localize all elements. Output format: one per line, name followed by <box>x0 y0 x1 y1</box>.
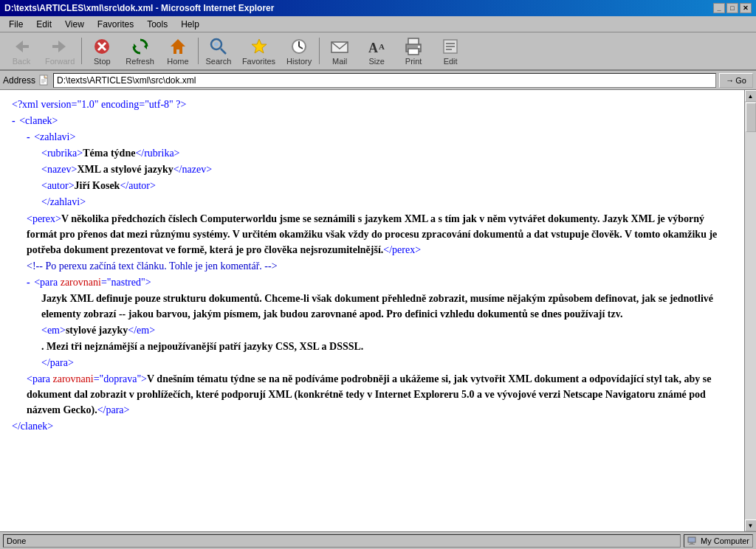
status-bar: Done My Computer <box>0 531 756 549</box>
svg-text:A: A <box>368 41 378 55</box>
status-text: Done <box>3 534 681 548</box>
favorites-label: Favorites <box>242 57 275 66</box>
scrollbar-track[interactable] <box>745 102 757 519</box>
svg-line-9 <box>221 49 226 54</box>
print-icon <box>403 36 424 57</box>
home-label: Home <box>167 57 188 66</box>
svg-rect-32 <box>689 544 695 545</box>
menu-view[interactable]: View <box>59 18 90 31</box>
content-area: <?xml version="1.0" encoding="utf-8" ?> … <box>0 90 744 531</box>
menu-edit[interactable]: Edit <box>30 18 58 31</box>
para-nastred-open: - <para zarovnani="nastred"> <box>12 274 732 290</box>
menu-file[interactable]: File <box>3 18 29 31</box>
menu-bar: File Edit View Favorites Tools Help <box>0 16 756 32</box>
svg-marker-7 <box>171 39 185 54</box>
title-bar-buttons: _ □ ✕ <box>713 3 752 13</box>
clanek-close: </clanek> <box>12 418 732 434</box>
size-label: Size <box>368 57 384 66</box>
refresh-button[interactable]: Refresh <box>120 34 159 68</box>
after-em-text: . Mezi tři nejznámější a nejpoužívanější… <box>12 339 732 354</box>
search-button[interactable]: Search <box>200 34 237 68</box>
menu-tools[interactable]: Tools <box>141 18 173 31</box>
address-input[interactable] <box>53 73 716 88</box>
content-wrapper: <?xml version="1.0" encoding="utf-8" ?> … <box>0 90 756 531</box>
favorites-icon <box>249 36 269 57</box>
autor-element: <autor>Jiří Kosek</autor> <box>12 178 732 193</box>
close-button[interactable]: ✕ <box>740 3 752 13</box>
home-button[interactable]: Home <box>159 34 196 68</box>
minimize-button[interactable]: _ <box>713 3 725 13</box>
collapse-zahlavi[interactable]: - <box>27 131 30 142</box>
svg-marker-0 <box>16 41 29 52</box>
para-nastred-body: Jazyk XML definuje pouze strukturu dokum… <box>12 291 732 322</box>
stop-button[interactable]: Stop <box>83 34 120 68</box>
forward-button[interactable]: Forward <box>40 34 80 68</box>
status-zone: My Computer <box>684 534 753 548</box>
search-label: Search <box>205 57 231 66</box>
go-label: Go <box>735 76 746 85</box>
search-icon <box>208 36 229 57</box>
xml-prolog: <?xml version="1.0" encoding="utf-8" ?> <box>12 97 732 112</box>
svg-marker-1 <box>52 41 66 52</box>
address-bar: Address → Go <box>0 71 756 90</box>
svg-rect-30 <box>688 537 695 542</box>
size-button[interactable]: A A Size <box>358 34 395 68</box>
svg-text:A: A <box>379 42 385 51</box>
stop-icon <box>92 36 112 57</box>
forward-icon <box>49 36 70 57</box>
maximize-button[interactable]: □ <box>726 3 738 13</box>
sep3 <box>319 38 320 64</box>
toolbar: Back Forward Stop Refresh <box>0 32 756 71</box>
mail-icon <box>329 36 350 57</box>
perex-block: <perex>V několika předchozích číslech Co… <box>12 211 732 258</box>
edit-button[interactable]: Edit <box>432 34 469 68</box>
edit-label: Edit <box>444 57 458 66</box>
svg-rect-21 <box>418 46 420 48</box>
forward-label: Forward <box>45 57 75 66</box>
scroll-up-button[interactable]: ▲ <box>745 90 757 102</box>
zahlavi-close: </zahlavi> <box>12 194 732 210</box>
back-label: Back <box>13 57 30 66</box>
xml-comment: <!-- Po perexu začíná text článku. Tohle… <box>12 258 732 274</box>
print-label: Print <box>405 57 422 66</box>
go-button[interactable]: → Go <box>719 73 753 88</box>
para-doprava-element: <para zarovnani="doprava">V dnešním téma… <box>12 371 732 418</box>
menu-help[interactable]: Help <box>175 18 205 31</box>
back-button[interactable]: Back <box>3 34 40 68</box>
favorites-button[interactable]: Favorites <box>237 34 281 68</box>
scroll-down-button[interactable]: ▼ <box>745 519 757 531</box>
window-title: D:\texts\ARTICLES\xml\src\dok.xml - Micr… <box>4 3 274 13</box>
edit-icon <box>440 36 461 57</box>
collapse-clanek[interactable]: - <box>12 115 16 126</box>
svg-marker-11 <box>252 39 267 53</box>
menu-favorites[interactable]: Favorites <box>92 18 140 31</box>
history-label: History <box>286 57 312 66</box>
mail-button[interactable]: Mail <box>321 34 358 68</box>
rubrika-element: <rubrika>Téma týdne</rubrika> <box>12 145 732 161</box>
size-icon: A A <box>366 36 387 57</box>
home-icon <box>168 36 188 57</box>
zone-label: My Computer <box>701 536 749 545</box>
mail-label: Mail <box>332 57 347 66</box>
title-bar: D:\texts\ARTICLES\xml\src\dok.xml - Micr… <box>0 0 756 16</box>
print-button[interactable]: Print <box>395 34 432 68</box>
zahlavi-open: - <zahlavi> <box>12 129 732 145</box>
collapse-para-nastred[interactable]: - <box>27 277 30 288</box>
refresh-label: Refresh <box>126 57 154 66</box>
refresh-icon <box>130 36 151 57</box>
sep2 <box>198 38 199 64</box>
svg-point-10 <box>214 42 219 46</box>
scrollbar-thumb[interactable] <box>746 103 756 132</box>
stop-label: Stop <box>94 57 111 66</box>
history-button[interactable]: History <box>281 34 317 68</box>
em-element: <em>stylové jazyky</em> <box>12 322 732 338</box>
scrollbar-vertical[interactable]: ▲ ▼ <box>744 90 756 531</box>
computer-icon <box>687 536 698 546</box>
nazev-element: <nazev>XML a stylové jazyky</nazev> <box>12 162 732 177</box>
address-label: Address <box>3 75 35 86</box>
go-arrow: → <box>726 76 734 85</box>
page-icon <box>38 75 50 86</box>
history-icon <box>289 36 309 57</box>
back-icon <box>11 36 32 57</box>
status-done: Done <box>7 536 26 545</box>
